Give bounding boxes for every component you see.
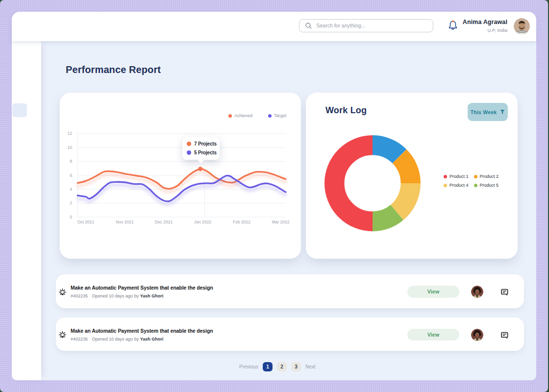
- svg-text:Dec 2021: Dec 2021: [155, 220, 173, 224]
- product-label: Product 4: [449, 183, 469, 188]
- assignee-avatar[interactable]: [471, 329, 483, 341]
- pagination-page-1[interactable]: 1: [263, 362, 273, 371]
- user-avatar-image: [514, 18, 530, 34]
- assignee-avatar[interactable]: [471, 286, 483, 298]
- task-opened: Opened 10 days ago by: [92, 337, 139, 342]
- task-row[interactable]: Make an Automatic Payment System that en…: [56, 274, 524, 308]
- product-legend-item: Product 4: [444, 183, 474, 188]
- pagination-next[interactable]: Next: [305, 364, 316, 369]
- app-frame: Anima Agrawal U.P, India: [0, 0, 548, 392]
- task-author: Yash Ghori: [140, 294, 164, 298]
- svg-text:12: 12: [68, 131, 73, 136]
- comment-icon: [501, 289, 509, 296]
- product-legend-item: Product 1: [444, 174, 474, 179]
- page-title: Performance Report: [66, 64, 161, 75]
- assignee-avatar-image: [471, 286, 483, 298]
- sidebar-active-item[interactable]: [12, 103, 27, 117]
- product-legend-item: Product 2: [474, 174, 499, 179]
- tooltip-achieved-value: 7 Projects: [194, 141, 217, 147]
- svg-text:6: 6: [70, 173, 72, 178]
- view-button[interactable]: View: [407, 286, 459, 298]
- notification-bell-button[interactable]: [447, 20, 459, 31]
- desktop-background: Anima Agrawal U.P, India: [0, 0, 549, 392]
- bell-icon: [447, 20, 459, 31]
- main-content: Performance Report AchievedTarget 024681…: [41, 41, 536, 380]
- svg-text:2: 2: [70, 200, 72, 205]
- task-row[interactable]: Make an Automatic Payment System that en…: [56, 318, 524, 351]
- tooltip-row-achieved: 7 Projects: [187, 141, 220, 147]
- notification-dot: [452, 21, 454, 23]
- search-box[interactable]: [299, 19, 433, 32]
- assignee-avatar-image: [471, 329, 483, 341]
- achieved-dot-icon: [187, 142, 191, 146]
- product-dot-icon: [474, 175, 477, 178]
- task-id: #402235: [71, 337, 88, 342]
- task-opened: Opened 10 days ago by: [92, 294, 139, 298]
- tooltip-target-value: 5 Projects: [194, 150, 217, 155]
- pagination-page-3[interactable]: 3: [291, 362, 301, 371]
- svg-text:Mar 2022: Mar 2022: [272, 220, 290, 224]
- svg-text:8: 8: [70, 159, 72, 164]
- task-text: Make an Automatic Payment System that en…: [71, 285, 213, 298]
- svg-text:Jan 2022: Jan 2022: [194, 220, 211, 224]
- donut-legend: Product 1Product 2Product 4Product 5: [444, 174, 499, 188]
- lightbulb-icon: [58, 331, 67, 339]
- comment-icon: [501, 332, 509, 340]
- svg-text:Feb 2022: Feb 2022: [233, 220, 250, 224]
- product-dot-icon: [444, 175, 447, 178]
- left-sidebar: [12, 41, 41, 380]
- product-dot-icon: [444, 184, 447, 187]
- comment-icon-button[interactable]: [501, 289, 509, 296]
- user-avatar[interactable]: [514, 18, 530, 34]
- task-text: Make an Automatic Payment System that en…: [71, 328, 213, 342]
- user-info[interactable]: Anima Agrawal U.P, India: [463, 19, 507, 33]
- svg-text:10: 10: [68, 145, 73, 150]
- pagination: Previous 1 2 3 Next: [239, 362, 315, 371]
- task-meta: #402235 Opened 10 days ago by Yash Ghori: [71, 294, 213, 298]
- line-chart[interactable]: 024681012Oct 2021Nov 2021Dec 2021Jan 202…: [60, 93, 301, 259]
- worklog-card: Work Log This Week Product 1Product 2Pro…: [306, 93, 518, 259]
- svg-text:Oct 2021: Oct 2021: [77, 220, 95, 224]
- pagination-page-2[interactable]: 2: [277, 362, 287, 371]
- search-input[interactable]: [312, 23, 433, 28]
- svg-text:4: 4: [70, 187, 72, 192]
- product-dot-icon: [474, 184, 477, 187]
- task-author: Yash Ghori: [140, 337, 164, 342]
- task-meta: #402235 Opened 10 days ago by Yash Ghori: [71, 337, 213, 342]
- svg-text:Nov 2021: Nov 2021: [116, 220, 134, 224]
- search-icon: [305, 22, 312, 29]
- task-title: Make an Automatic Payment System that en…: [71, 328, 213, 334]
- product-legend-item: Product 5: [474, 183, 499, 188]
- top-header: Anima Agrawal U.P, India: [12, 12, 536, 41]
- tooltip-row-target: 5 Projects: [187, 149, 220, 156]
- user-location: U.P, India: [463, 27, 507, 33]
- task-title: Make an Automatic Payment System that en…: [71, 285, 213, 291]
- chart-tooltip: 7 Projects 5 Projects: [182, 137, 220, 160]
- product-label: Product 1: [449, 174, 469, 179]
- comment-icon-button[interactable]: [501, 332, 509, 340]
- target-dot-icon: [187, 150, 191, 155]
- product-label: Product 2: [480, 174, 499, 179]
- svg-text:0: 0: [70, 215, 72, 220]
- user-name: Anima Agrawal: [463, 19, 507, 25]
- pagination-previous[interactable]: Previous: [239, 364, 258, 369]
- task-id: #402235: [71, 294, 88, 298]
- performance-chart-card: AchievedTarget 024681012Oct 2021Nov 2021…: [60, 93, 301, 259]
- lightbulb-icon: [58, 288, 67, 296]
- view-button[interactable]: View: [407, 329, 459, 341]
- product-label: Product 5: [480, 183, 499, 188]
